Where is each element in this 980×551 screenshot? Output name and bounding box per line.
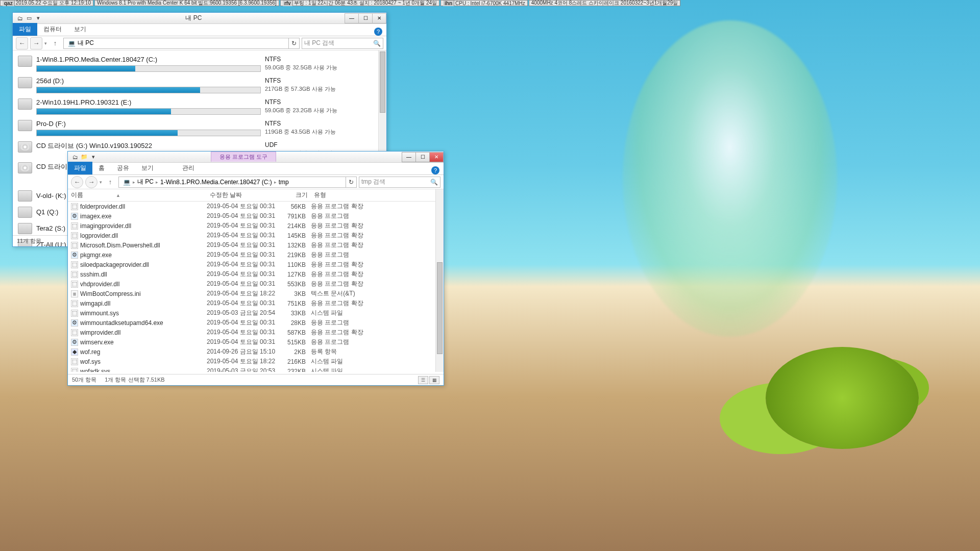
help-icon[interactable]: ?	[374, 28, 382, 36]
refresh-button[interactable]: ↻	[288, 38, 300, 49]
file-date: 2019-05-04 토요일 00:31	[207, 280, 278, 288]
minimize-button[interactable]: —	[345, 13, 359, 23]
tab-file[interactable]: 파일	[68, 162, 92, 174]
file-icon: ⬚	[71, 329, 78, 336]
file-row[interactable]: ⚙imagex.exe2019-05-04 토요일 00:31791KB응용 프…	[68, 211, 444, 221]
tab-home[interactable]: 홈	[92, 162, 111, 174]
file-row[interactable]: ⚙pkgmgr.exe2019-05-04 토요일 00:31219KB응용 프…	[68, 250, 444, 260]
file-size: 791KB	[278, 213, 311, 220]
titlebar[interactable]: 🗂 ▭ ▾ 내 PC — ☐ ✕	[13, 13, 386, 24]
file-type: 응용 프로그램 확장	[311, 241, 413, 249]
header-type[interactable]: 유형	[311, 191, 382, 199]
file-icon: ≡	[71, 290, 78, 297]
minimize-button[interactable]: —	[402, 152, 416, 162]
file-row[interactable]: ⬚wofadk.sys2019-05-03 금요일 20:53232KB시스템 …	[68, 366, 444, 372]
nav-history-dropdown[interactable]: ▾	[44, 41, 47, 46]
view-icons-button[interactable]: ▦	[429, 376, 439, 384]
address-input[interactable]: 💻 ▸내 PC▸1-Win8.1.PRO.Media.Center.180427…	[118, 177, 346, 188]
file-row[interactable]: ⬚wimgapi.dll2019-05-04 토요일 00:31751KB응용 …	[68, 298, 444, 308]
cd-drive-icon	[18, 141, 32, 153]
address-input[interactable]: 💻 내 PC	[63, 38, 289, 49]
drive-item[interactable]: 256d (D:)NTFS217GB 중 57.3GB 사용 가능	[17, 74, 382, 95]
file-size: 3KB	[278, 290, 311, 297]
breadcrumb-segment[interactable]: 1-Win8.1.PRO.Media.Center.180427 (C:)	[158, 179, 274, 186]
close-button[interactable]: ✕	[429, 152, 444, 162]
file-type: 응용 프로그램 확장	[311, 260, 413, 269]
nav-back-button[interactable]: ←	[71, 176, 83, 188]
nav-history-dropdown[interactable]: ▾	[100, 180, 102, 185]
file-type: 응용 프로그램 확장	[311, 231, 413, 240]
file-date: 2019-05-04 토요일 18:22	[207, 357, 278, 366]
file-row[interactable]: ⬚Microsoft.Dism.Powershell.dll2019-05-04…	[68, 240, 444, 250]
file-row[interactable]: ⚙wimmountadksetupamd64.exe2019-05-04 토요일…	[68, 318, 444, 328]
file-size: 214KB	[278, 222, 311, 230]
ribbon: 파일 홈 공유 보기 관리 ?	[68, 163, 444, 175]
view-details-button[interactable]: ☰	[418, 376, 428, 384]
qat-dropdown-icon[interactable]: ▾	[89, 153, 97, 161]
qat-dropdown-icon[interactable]: ▾	[34, 14, 42, 22]
drive-item[interactable]: 2-Win10.19H1.PRO.190321 (E:)NTFS59.0GB 중…	[17, 95, 382, 117]
tab-file[interactable]: 파일	[13, 23, 37, 36]
drive-item[interactable]: V-old- (K:)	[17, 187, 69, 204]
close-button[interactable]: ✕	[372, 13, 386, 23]
ribbon: 파일 컴퓨터 보기 ?	[13, 24, 386, 36]
titlebar[interactable]: 🗂 📁 ▾ 응용 프로그램 도구 tmp — ☐ ✕	[68, 152, 444, 163]
file-row[interactable]: ⬚ssshim.dll2019-05-04 토요일 00:31127KB응용 프…	[68, 269, 444, 279]
tab-view[interactable]: 보기	[68, 23, 92, 36]
column-headers[interactable]: 이름 ▲ 수정한 날짜 크기 유형	[68, 189, 444, 202]
tab-manage[interactable]: 관리	[176, 162, 201, 174]
help-icon[interactable]: ?	[431, 166, 439, 174]
nav-up-button[interactable]: ↑	[49, 37, 61, 49]
refresh-button[interactable]: ↻	[346, 177, 357, 188]
file-row[interactable]: ⬚folderprovider.dll2019-05-04 토요일 00:315…	[68, 202, 444, 211]
tab-view[interactable]: 보기	[135, 162, 160, 174]
header-name[interactable]: 이름 ▲	[68, 191, 207, 199]
file-row[interactable]: ◆wof.reg2014-09-26 금요일 15:102KB등록 항목	[68, 347, 444, 357]
file-type: 등록 항목	[311, 347, 413, 356]
breadcrumb-segment[interactable]: 내 PC	[135, 178, 156, 186]
file-size: 145KB	[278, 232, 311, 239]
breadcrumb-segment[interactable]: tmp	[277, 179, 291, 186]
file-date: 2014-09-26 금요일 15:10	[207, 347, 278, 356]
qat-properties-icon[interactable]: ▭	[25, 14, 33, 22]
drive-item[interactable]: Q1 (Q:)	[17, 204, 69, 220]
nav-forward-button[interactable]: →	[30, 37, 42, 49]
drive-item[interactable]: Pro-D (F:)NTFS119GB 중 43.5GB 사용 가능	[17, 117, 382, 138]
drive-item[interactable]: 1-Win8.1.PRO.Media.Center.180427 (C:)NTF…	[17, 53, 382, 74]
file-type: 응용 프로그램	[311, 318, 413, 327]
file-row[interactable]: ⬚wimprovider.dll2019-05-04 토요일 00:31587K…	[68, 328, 444, 337]
file-row[interactable]: ⚙wimserv.exe2019-05-04 토요일 00:31515KB응용 …	[68, 337, 444, 347]
file-row[interactable]: ≡WimBootCompress.ini2019-05-04 토요일 18:22…	[68, 289, 444, 298]
file-date: 2019-05-04 토요일 00:31	[207, 270, 278, 279]
file-name: wimprovider.dll	[80, 329, 120, 336]
header-date[interactable]: 수정한 날짜	[207, 191, 278, 199]
qat-folder-icon[interactable]: 📁	[80, 153, 88, 161]
scrollbar-vertical[interactable]	[435, 189, 444, 372]
nav-up-button[interactable]: ↑	[104, 176, 116, 188]
file-row[interactable]: ⬚imagingprovider.dll2019-05-04 토요일 00:31…	[68, 221, 444, 231]
file-type: 시스템 파일	[311, 309, 413, 317]
file-row[interactable]: ⬚wimmount.sys2019-05-03 금요일 20:5433KB시스템…	[68, 308, 444, 318]
nav-forward-button[interactable]: →	[85, 176, 97, 188]
drive-name: Q1 (Q:)	[36, 207, 58, 217]
drive-usage: 217GB 중 57.3GB 사용 가능	[265, 85, 367, 93]
tab-share[interactable]: 공유	[111, 162, 135, 174]
file-row[interactable]: ⬚wof.sys2019-05-04 토요일 18:22216KB시스템 파일	[68, 357, 444, 366]
file-row[interactable]: ⬚logprovider.dll2019-05-04 토요일 00:31145K…	[68, 231, 444, 240]
drive-usage: 59.0GB 중 32.5GB 사용 가능	[265, 64, 367, 71]
file-row[interactable]: ⬚vhdprovider.dll2019-05-04 토요일 00:31553K…	[68, 279, 444, 289]
file-icon: ⬚	[71, 281, 78, 288]
tab-computer[interactable]: 컴퓨터	[37, 23, 68, 36]
file-name: wof.reg	[80, 348, 100, 356]
nav-back-button[interactable]: ←	[16, 37, 28, 49]
drive-filesystem: UDF	[265, 141, 367, 148]
search-input[interactable]: tmp 검색🔍	[359, 177, 440, 188]
file-icon: ⚙	[71, 252, 78, 259]
header-size[interactable]: 크기	[278, 191, 311, 199]
drive-item[interactable]: Tera2 (S:)	[17, 220, 69, 236]
search-input[interactable]: 내 PC 검색🔍	[302, 38, 383, 49]
maximize-button[interactable]: ☐	[415, 152, 430, 162]
file-icon: ⬚	[71, 368, 78, 372]
file-row[interactable]: ⬚siloedpackageprovider.dll2019-05-04 토요일…	[68, 260, 444, 269]
maximize-button[interactable]: ☐	[358, 13, 373, 23]
